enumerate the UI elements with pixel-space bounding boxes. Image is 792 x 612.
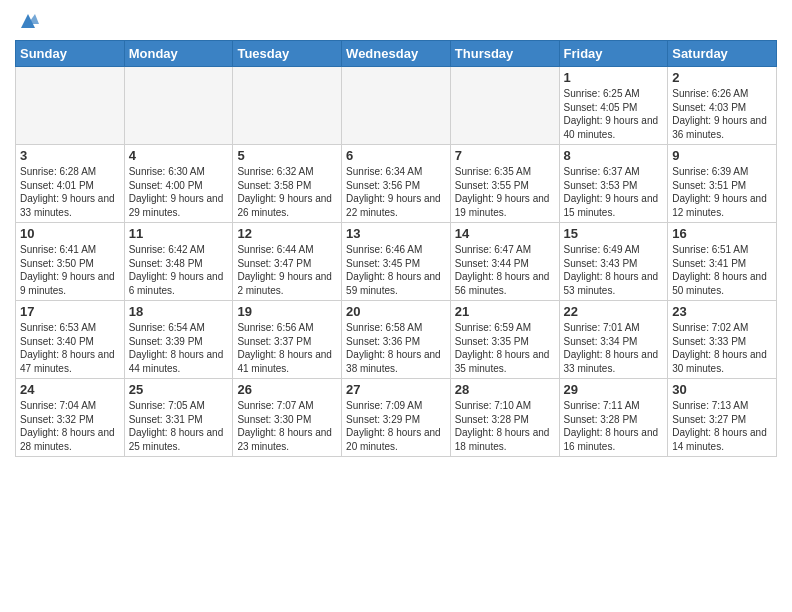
day-info: Sunrise: 7:11 AM Sunset: 3:28 PM Dayligh… xyxy=(564,399,664,453)
day-number: 21 xyxy=(455,304,555,319)
page: SundayMondayTuesdayWednesdayThursdayFrid… xyxy=(0,0,792,612)
logo-icon xyxy=(17,10,39,32)
calendar-day-17: 17Sunrise: 6:53 AM Sunset: 3:40 PM Dayli… xyxy=(16,301,125,379)
calendar-day-22: 22Sunrise: 7:01 AM Sunset: 3:34 PM Dayli… xyxy=(559,301,668,379)
day-number: 23 xyxy=(672,304,772,319)
day-info: Sunrise: 6:49 AM Sunset: 3:43 PM Dayligh… xyxy=(564,243,664,297)
calendar-day-23: 23Sunrise: 7:02 AM Sunset: 3:33 PM Dayli… xyxy=(668,301,777,379)
day-info: Sunrise: 7:05 AM Sunset: 3:31 PM Dayligh… xyxy=(129,399,229,453)
calendar-week-1: 3Sunrise: 6:28 AM Sunset: 4:01 PM Daylig… xyxy=(16,145,777,223)
day-info: Sunrise: 6:41 AM Sunset: 3:50 PM Dayligh… xyxy=(20,243,120,297)
day-number: 2 xyxy=(672,70,772,85)
calendar-day-8: 8Sunrise: 6:37 AM Sunset: 3:53 PM Daylig… xyxy=(559,145,668,223)
day-info: Sunrise: 7:07 AM Sunset: 3:30 PM Dayligh… xyxy=(237,399,337,453)
day-info: Sunrise: 6:44 AM Sunset: 3:47 PM Dayligh… xyxy=(237,243,337,297)
day-number: 11 xyxy=(129,226,229,241)
calendar-day-29: 29Sunrise: 7:11 AM Sunset: 3:28 PM Dayli… xyxy=(559,379,668,457)
day-number: 17 xyxy=(20,304,120,319)
calendar-week-3: 17Sunrise: 6:53 AM Sunset: 3:40 PM Dayli… xyxy=(16,301,777,379)
logo xyxy=(15,10,39,32)
day-number: 13 xyxy=(346,226,446,241)
calendar-day-13: 13Sunrise: 6:46 AM Sunset: 3:45 PM Dayli… xyxy=(342,223,451,301)
calendar-day-empty xyxy=(16,67,125,145)
day-number: 14 xyxy=(455,226,555,241)
calendar-header-monday: Monday xyxy=(124,41,233,67)
calendar-day-9: 9Sunrise: 6:39 AM Sunset: 3:51 PM Daylig… xyxy=(668,145,777,223)
calendar-day-21: 21Sunrise: 6:59 AM Sunset: 3:35 PM Dayli… xyxy=(450,301,559,379)
day-number: 24 xyxy=(20,382,120,397)
day-info: Sunrise: 6:37 AM Sunset: 3:53 PM Dayligh… xyxy=(564,165,664,219)
day-info: Sunrise: 6:47 AM Sunset: 3:44 PM Dayligh… xyxy=(455,243,555,297)
day-info: Sunrise: 7:01 AM Sunset: 3:34 PM Dayligh… xyxy=(564,321,664,375)
day-info: Sunrise: 6:53 AM Sunset: 3:40 PM Dayligh… xyxy=(20,321,120,375)
day-number: 6 xyxy=(346,148,446,163)
day-info: Sunrise: 6:34 AM Sunset: 3:56 PM Dayligh… xyxy=(346,165,446,219)
day-info: Sunrise: 6:26 AM Sunset: 4:03 PM Dayligh… xyxy=(672,87,772,141)
day-number: 12 xyxy=(237,226,337,241)
day-info: Sunrise: 6:25 AM Sunset: 4:05 PM Dayligh… xyxy=(564,87,664,141)
day-info: Sunrise: 6:54 AM Sunset: 3:39 PM Dayligh… xyxy=(129,321,229,375)
calendar-day-11: 11Sunrise: 6:42 AM Sunset: 3:48 PM Dayli… xyxy=(124,223,233,301)
day-number: 9 xyxy=(672,148,772,163)
calendar-day-10: 10Sunrise: 6:41 AM Sunset: 3:50 PM Dayli… xyxy=(16,223,125,301)
calendar-day-3: 3Sunrise: 6:28 AM Sunset: 4:01 PM Daylig… xyxy=(16,145,125,223)
calendar-day-empty xyxy=(342,67,451,145)
day-number: 26 xyxy=(237,382,337,397)
calendar-day-25: 25Sunrise: 7:05 AM Sunset: 3:31 PM Dayli… xyxy=(124,379,233,457)
day-info: Sunrise: 6:30 AM Sunset: 4:00 PM Dayligh… xyxy=(129,165,229,219)
calendar-header-thursday: Thursday xyxy=(450,41,559,67)
header xyxy=(15,10,777,32)
calendar-day-16: 16Sunrise: 6:51 AM Sunset: 3:41 PM Dayli… xyxy=(668,223,777,301)
day-number: 25 xyxy=(129,382,229,397)
day-info: Sunrise: 6:42 AM Sunset: 3:48 PM Dayligh… xyxy=(129,243,229,297)
calendar-table: SundayMondayTuesdayWednesdayThursdayFrid… xyxy=(15,40,777,457)
day-number: 28 xyxy=(455,382,555,397)
calendar-day-15: 15Sunrise: 6:49 AM Sunset: 3:43 PM Dayli… xyxy=(559,223,668,301)
day-info: Sunrise: 6:58 AM Sunset: 3:36 PM Dayligh… xyxy=(346,321,446,375)
day-number: 16 xyxy=(672,226,772,241)
calendar-day-empty xyxy=(124,67,233,145)
calendar-week-0: 1Sunrise: 6:25 AM Sunset: 4:05 PM Daylig… xyxy=(16,67,777,145)
calendar-header-friday: Friday xyxy=(559,41,668,67)
day-number: 3 xyxy=(20,148,120,163)
day-info: Sunrise: 6:56 AM Sunset: 3:37 PM Dayligh… xyxy=(237,321,337,375)
day-number: 22 xyxy=(564,304,664,319)
calendar-day-14: 14Sunrise: 6:47 AM Sunset: 3:44 PM Dayli… xyxy=(450,223,559,301)
calendar-day-18: 18Sunrise: 6:54 AM Sunset: 3:39 PM Dayli… xyxy=(124,301,233,379)
calendar-day-12: 12Sunrise: 6:44 AM Sunset: 3:47 PM Dayli… xyxy=(233,223,342,301)
calendar-week-4: 24Sunrise: 7:04 AM Sunset: 3:32 PM Dayli… xyxy=(16,379,777,457)
day-info: Sunrise: 6:35 AM Sunset: 3:55 PM Dayligh… xyxy=(455,165,555,219)
calendar-day-28: 28Sunrise: 7:10 AM Sunset: 3:28 PM Dayli… xyxy=(450,379,559,457)
day-info: Sunrise: 6:59 AM Sunset: 3:35 PM Dayligh… xyxy=(455,321,555,375)
day-number: 5 xyxy=(237,148,337,163)
day-info: Sunrise: 7:04 AM Sunset: 3:32 PM Dayligh… xyxy=(20,399,120,453)
day-number: 8 xyxy=(564,148,664,163)
day-number: 15 xyxy=(564,226,664,241)
calendar-day-26: 26Sunrise: 7:07 AM Sunset: 3:30 PM Dayli… xyxy=(233,379,342,457)
calendar-day-19: 19Sunrise: 6:56 AM Sunset: 3:37 PM Dayli… xyxy=(233,301,342,379)
day-number: 4 xyxy=(129,148,229,163)
day-info: Sunrise: 7:13 AM Sunset: 3:27 PM Dayligh… xyxy=(672,399,772,453)
day-info: Sunrise: 7:02 AM Sunset: 3:33 PM Dayligh… xyxy=(672,321,772,375)
calendar-day-24: 24Sunrise: 7:04 AM Sunset: 3:32 PM Dayli… xyxy=(16,379,125,457)
day-number: 20 xyxy=(346,304,446,319)
calendar-day-1: 1Sunrise: 6:25 AM Sunset: 4:05 PM Daylig… xyxy=(559,67,668,145)
day-number: 27 xyxy=(346,382,446,397)
calendar-day-30: 30Sunrise: 7:13 AM Sunset: 3:27 PM Dayli… xyxy=(668,379,777,457)
calendar-header-saturday: Saturday xyxy=(668,41,777,67)
calendar-header-sunday: Sunday xyxy=(16,41,125,67)
calendar-day-empty xyxy=(233,67,342,145)
day-number: 1 xyxy=(564,70,664,85)
day-info: Sunrise: 6:28 AM Sunset: 4:01 PM Dayligh… xyxy=(20,165,120,219)
day-info: Sunrise: 6:39 AM Sunset: 3:51 PM Dayligh… xyxy=(672,165,772,219)
calendar-day-empty xyxy=(450,67,559,145)
day-number: 29 xyxy=(564,382,664,397)
calendar-day-7: 7Sunrise: 6:35 AM Sunset: 3:55 PM Daylig… xyxy=(450,145,559,223)
calendar-day-27: 27Sunrise: 7:09 AM Sunset: 3:29 PM Dayli… xyxy=(342,379,451,457)
day-number: 18 xyxy=(129,304,229,319)
day-info: Sunrise: 6:46 AM Sunset: 3:45 PM Dayligh… xyxy=(346,243,446,297)
day-number: 7 xyxy=(455,148,555,163)
calendar-week-2: 10Sunrise: 6:41 AM Sunset: 3:50 PM Dayli… xyxy=(16,223,777,301)
day-number: 10 xyxy=(20,226,120,241)
calendar-day-6: 6Sunrise: 6:34 AM Sunset: 3:56 PM Daylig… xyxy=(342,145,451,223)
